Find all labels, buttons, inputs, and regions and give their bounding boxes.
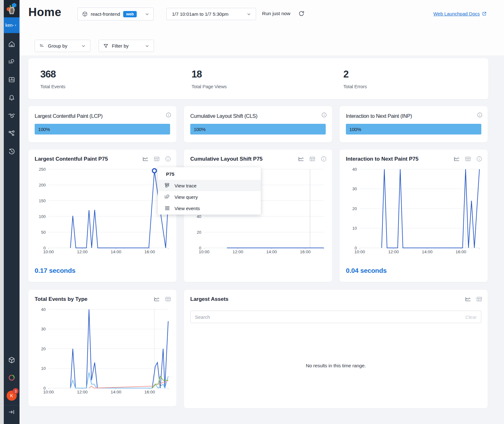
notification-badge: 3 bbox=[13, 388, 19, 394]
svg-text:30: 30 bbox=[352, 186, 357, 191]
svg-text:150: 150 bbox=[39, 198, 46, 203]
svg-text:16:00: 16:00 bbox=[144, 249, 155, 254]
app-selector-value: react-frontend bbox=[91, 11, 120, 17]
vital-title: Cumulative Layout Shift (CLS) bbox=[190, 113, 257, 119]
table-view-icon[interactable] bbox=[165, 296, 171, 302]
context-menu-title: P75 bbox=[158, 167, 261, 180]
total-events-by-type-card: Total Events by Type 01020304010:0012:00… bbox=[28, 290, 176, 406]
vital-title: Largest Contentful Paint (LCP) bbox=[35, 113, 103, 119]
chevron-right-icon: › bbox=[15, 23, 16, 27]
lcp-p75-chart[interactable]: 05010015020025010:0012:0014:0016:00 bbox=[33, 166, 171, 257]
workspace-label: ken- bbox=[5, 23, 14, 28]
time-range-picker[interactable]: 1/7 10:01am to 1/7 5:30pm bbox=[166, 8, 256, 20]
table-view-icon[interactable] bbox=[153, 156, 160, 162]
cube-icon bbox=[82, 11, 88, 17]
chevron-down-icon bbox=[246, 12, 251, 17]
app-selector[interactable]: react-frontend web bbox=[77, 8, 154, 20]
info-icon[interactable] bbox=[476, 156, 483, 162]
svg-text:12:00: 12:00 bbox=[232, 249, 243, 254]
sidebar-item-package[interactable] bbox=[8, 356, 15, 364]
stat-value: 18 bbox=[192, 69, 227, 80]
svg-text:20: 20 bbox=[197, 230, 201, 235]
inp-p75-card: Interaction to Next Paint P75 0102030401… bbox=[340, 150, 488, 282]
vital-good-bar: 100% bbox=[346, 124, 481, 135]
info-icon[interactable] bbox=[321, 112, 327, 118]
docs-link[interactable]: Web Launchpad Docs bbox=[433, 11, 487, 16]
query-icon bbox=[164, 194, 170, 200]
menu-item-view-events[interactable]: View events bbox=[158, 203, 261, 214]
table-view-icon[interactable] bbox=[309, 156, 316, 162]
line-chart-view-icon[interactable] bbox=[453, 156, 460, 162]
svg-text:20: 20 bbox=[352, 206, 357, 211]
svg-text:12:00: 12:00 bbox=[388, 249, 399, 254]
info-icon[interactable] bbox=[320, 156, 327, 162]
sidebar-item-history[interactable] bbox=[8, 148, 15, 155]
sidebar-item-connections[interactable] bbox=[8, 130, 15, 137]
svg-text:10:00: 10:00 bbox=[199, 249, 209, 254]
usage-spinner-icon bbox=[8, 374, 15, 381]
run-status-label: Run just now bbox=[262, 11, 290, 16]
line-chart-view-icon[interactable] bbox=[153, 296, 160, 302]
svg-text:16:00: 16:00 bbox=[144, 390, 155, 394]
svg-text:10:00: 10:00 bbox=[354, 249, 365, 254]
sidebar-item-log-search[interactable] bbox=[8, 58, 15, 66]
line-chart-view-icon[interactable] bbox=[298, 156, 304, 162]
svg-text:20: 20 bbox=[41, 347, 46, 351]
chart-title: Total Events by Type bbox=[35, 296, 88, 302]
svg-text:100: 100 bbox=[39, 214, 46, 219]
sidebar-item-home[interactable] bbox=[8, 40, 15, 48]
filter-icon bbox=[103, 43, 109, 49]
chart-title: Interaction to Next Paint P75 bbox=[346, 156, 419, 162]
events-list-icon bbox=[164, 205, 170, 211]
menu-item-view-trace[interactable]: View trace bbox=[158, 180, 261, 191]
svg-text:10:00: 10:00 bbox=[43, 390, 54, 394]
clear-search-button[interactable]: Clear bbox=[465, 314, 481, 320]
total-events-by-type-chart[interactable]: 01020304010:0012:0014:0016:00 bbox=[33, 306, 171, 398]
trace-icon bbox=[164, 182, 170, 189]
svg-text:250: 250 bbox=[39, 167, 46, 172]
user-avatar[interactable]: K 3 bbox=[7, 391, 17, 401]
refresh-button[interactable] bbox=[298, 10, 305, 17]
sidebar-item-usage[interactable] bbox=[8, 374, 15, 381]
group-by-dropdown[interactable]: Group by bbox=[35, 40, 90, 52]
sidebar-item-dashboards[interactable] bbox=[8, 76, 15, 83]
vital-good-bar: 100% bbox=[35, 124, 170, 135]
inp-p75-chart[interactable]: 01020304010:0012:0014:0016:00 bbox=[345, 166, 483, 257]
svg-text:40: 40 bbox=[41, 307, 46, 312]
svg-text:10: 10 bbox=[41, 366, 46, 371]
app-logo[interactable] bbox=[4, 0, 20, 17]
stat-total-errors: 2 Total Errors bbox=[343, 69, 367, 89]
sidebar-item-workspace[interactable]: ken- › bbox=[4, 17, 20, 33]
chart-title: Largest Contentful Paint P75 bbox=[35, 156, 108, 162]
svg-text:14:00: 14:00 bbox=[111, 249, 121, 254]
stat-label: Total Errors bbox=[343, 84, 367, 89]
line-chart-view-icon[interactable] bbox=[142, 156, 149, 162]
info-icon[interactable] bbox=[165, 156, 171, 162]
bell-icon bbox=[8, 94, 15, 101]
cls-vital-card: Cumulative Layout Shift (CLS) 100% bbox=[184, 106, 332, 142]
sidebar-divider bbox=[4, 405, 20, 405]
info-icon[interactable] bbox=[165, 112, 172, 118]
lcp-vital-card: Largest Contentful Paint (LCP) 100% bbox=[28, 106, 176, 142]
sidebar-item-alerts[interactable] bbox=[8, 94, 15, 101]
panel-title: Largest Assets bbox=[190, 296, 228, 302]
menu-item-view-query[interactable]: View query bbox=[158, 191, 261, 203]
dashboards-icon bbox=[8, 76, 15, 83]
svg-text:10:00: 10:00 bbox=[43, 249, 54, 254]
search-input[interactable] bbox=[191, 314, 465, 320]
chevron-down-icon bbox=[145, 12, 150, 17]
line-chart-view-icon[interactable] bbox=[465, 296, 471, 302]
refresh-icon bbox=[298, 10, 305, 17]
avatar-initial: K bbox=[10, 393, 13, 398]
table-view-icon[interactable] bbox=[465, 156, 471, 162]
info-icon[interactable] bbox=[477, 112, 483, 118]
sidebar-expand-button[interactable] bbox=[8, 408, 15, 416]
stat-label: Total Events bbox=[40, 84, 65, 89]
table-view-icon[interactable] bbox=[476, 296, 483, 302]
sumo-mascot-logo-icon bbox=[6, 2, 17, 15]
time-range-value: 1/7 10:01am to 1/7 5:30pm bbox=[172, 11, 228, 17]
menu-item-label: View trace bbox=[175, 183, 197, 188]
sidebar-item-partners[interactable] bbox=[8, 112, 15, 119]
svg-text:200: 200 bbox=[39, 183, 46, 187]
filter-by-dropdown[interactable]: Filter by bbox=[99, 40, 154, 52]
